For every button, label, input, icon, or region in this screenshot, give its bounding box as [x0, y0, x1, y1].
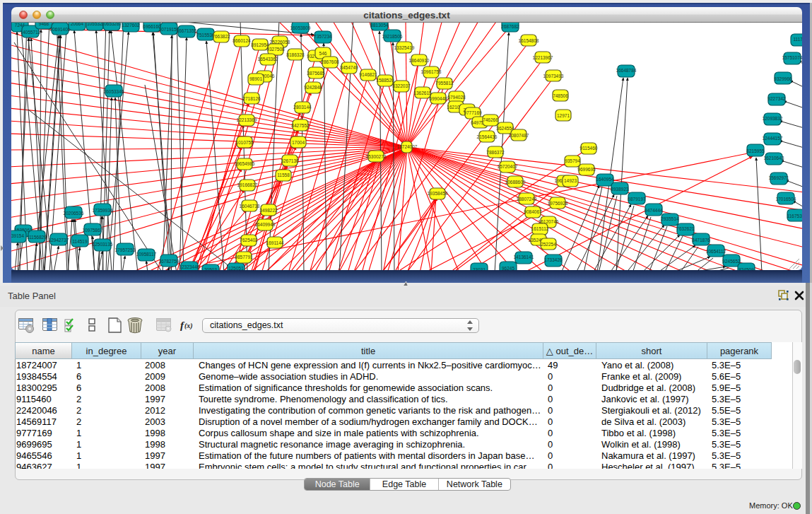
svg-text:8813054: 8813054: [370, 23, 389, 28]
svg-text:105532: 105532: [87, 23, 102, 26]
svg-text:16053809: 16053809: [290, 25, 311, 30]
svg-text:19358454: 19358454: [428, 191, 448, 196]
svg-text:16210643: 16210643: [764, 156, 784, 160]
svg-text:8322037: 8322037: [392, 83, 411, 88]
svg-text:746266: 746266: [483, 117, 498, 122]
svg-text:9777169: 9777169: [464, 110, 482, 115]
svg-text:96245: 96245: [502, 266, 514, 270]
svg-text:8427552: 8427552: [291, 123, 310, 128]
svg-text:6990448: 6990448: [429, 96, 447, 101]
svg-text:16154808: 16154808: [519, 38, 539, 43]
svg-text:8215955: 8215955: [746, 148, 765, 153]
svg-text:15751074: 15751074: [782, 55, 802, 60]
svg-text:20691406: 20691406: [50, 27, 71, 32]
svg-text:21564436: 21564436: [477, 134, 498, 139]
svg-text:11558: 11558: [277, 173, 290, 177]
svg-text:12444157: 12444157: [763, 136, 783, 141]
svg-text:252254: 252254: [541, 242, 556, 247]
svg-text:20664: 20664: [71, 23, 83, 26]
svg-text:1327602: 1327602: [122, 23, 140, 28]
svg-text:10975867: 10975867: [83, 228, 103, 233]
svg-text:125051: 125051: [228, 266, 244, 270]
svg-text:3498222: 3498222: [259, 208, 278, 213]
svg-text:19756928: 19756928: [548, 201, 568, 206]
svg-text:2867608: 2867608: [321, 59, 339, 64]
svg-text:17016504: 17016504: [776, 197, 796, 201]
svg-text:10961758: 10961758: [421, 69, 442, 74]
svg-text:98901: 98901: [249, 76, 262, 81]
svg-text:9329966: 9329966: [774, 76, 792, 81]
svg-text:14055712: 14055712: [20, 30, 41, 35]
svg-text:824509: 824509: [739, 267, 754, 270]
svg-text:16782759: 16782759: [159, 259, 180, 264]
svg-text:13325419: 13325419: [394, 45, 415, 50]
svg-text:20206536: 20206536: [64, 211, 84, 216]
svg-text:9227342: 9227342: [767, 96, 786, 101]
svg-text:18807249: 18807249: [517, 197, 537, 201]
svg-text:9146821: 9146821: [359, 72, 377, 77]
svg-text:20503: 20503: [204, 267, 217, 270]
svg-text:16648784: 16648784: [616, 68, 637, 73]
svg-text:9115460: 9115460: [580, 146, 598, 151]
svg-text:10807487: 10807487: [509, 133, 529, 138]
svg-text:16671355: 16671355: [177, 28, 197, 33]
svg-text:10653287: 10653287: [102, 23, 122, 26]
svg-text:16543362: 16543362: [258, 57, 278, 62]
svg-text:2803144: 2803144: [293, 105, 312, 110]
svg-text:18640910: 18640910: [409, 58, 430, 63]
svg-text:25300273: 25300273: [366, 154, 387, 159]
svg-text:6879197: 6879197: [628, 197, 646, 201]
svg-text:(x): (x): [184, 322, 193, 330]
svg-text:2935514: 2935514: [661, 216, 679, 221]
svg-text:9245652: 9245652: [722, 259, 741, 264]
svg-text:9084067: 9084067: [524, 209, 542, 214]
svg-text:2687682: 2687682: [501, 24, 519, 29]
svg-text:8454749: 8454749: [340, 65, 358, 70]
svg-text:6794028: 6794028: [447, 95, 466, 100]
svg-text:12213369: 12213369: [237, 117, 257, 122]
svg-text:11156829: 11156829: [27, 235, 47, 240]
svg-text:935794: 935794: [565, 158, 580, 163]
svg-text:9857791: 9857791: [235, 255, 253, 259]
svg-text:10688609: 10688609: [505, 180, 526, 185]
svg-text:19654985: 19654985: [235, 161, 255, 166]
svg-text:1691144: 1691144: [266, 240, 284, 245]
svg-text:7663822: 7663822: [212, 34, 230, 39]
svg-text:11174: 11174: [793, 37, 802, 42]
svg-text:1362615: 1362615: [413, 90, 432, 95]
svg-text:1640954: 1640954: [596, 177, 614, 182]
svg-text:8186328: 8186328: [286, 52, 305, 57]
svg-text:17359934: 17359934: [93, 208, 113, 213]
svg-text:23031: 23031: [473, 267, 486, 270]
svg-text:17004: 17004: [292, 140, 305, 145]
svg-text:1615112: 1615112: [531, 226, 549, 231]
svg-text:1167539: 1167539: [787, 214, 802, 218]
svg-text:3267130: 3267130: [281, 158, 299, 163]
svg-text:18724007: 18724007: [397, 144, 418, 149]
svg-text:546: 546: [319, 51, 327, 56]
svg-text:12093832: 12093832: [763, 116, 783, 121]
svg-text:14923: 14923: [564, 178, 577, 183]
svg-text:39154: 39154: [11, 233, 24, 238]
svg-text:12213967: 12213967: [533, 55, 553, 60]
svg-text:10973493: 10973493: [543, 74, 564, 78]
svg-text:8471876: 8471876: [692, 238, 710, 243]
svg-text:2718126: 2718126: [242, 96, 261, 101]
svg-text:26053346: 26053346: [104, 89, 124, 94]
svg-text:12323446: 12323446: [180, 264, 200, 269]
svg-text:3875685: 3875685: [307, 71, 325, 76]
svg-text:12971: 12971: [557, 113, 570, 118]
svg-text:8660124: 8660124: [233, 38, 251, 43]
svg-text:1588520: 1588520: [376, 78, 394, 83]
svg-text:17957253: 17957253: [115, 247, 136, 252]
svg-text:19218506: 19218506: [382, 34, 403, 39]
svg-text:9468: 9468: [39, 23, 49, 26]
svg-text:1733426: 1733426: [544, 257, 563, 262]
svg-text:114519: 114519: [72, 239, 88, 244]
svg-text:748506: 748506: [553, 93, 568, 98]
svg-text:9699695: 9699695: [577, 167, 596, 172]
svg-text:10654112: 10654112: [706, 249, 726, 254]
svg-text:16409948: 16409948: [255, 222, 276, 227]
svg-text:9242848: 9242848: [304, 85, 322, 90]
svg-text:12503135: 12503135: [93, 242, 113, 247]
